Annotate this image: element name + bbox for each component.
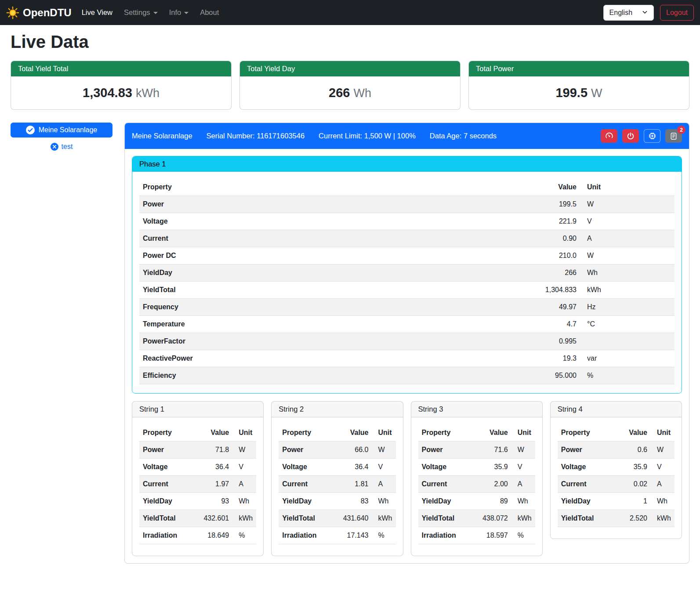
- row-unit: W: [580, 247, 675, 264]
- language-select[interactable]: English: [603, 5, 654, 21]
- row-unit: V: [232, 459, 256, 476]
- inverter-label: Meine Solaranlage: [39, 126, 97, 134]
- inverter-serial: Serial Number: 116171603546: [207, 132, 305, 140]
- col-header-value: Value: [618, 424, 651, 441]
- string-card-string-3: String 3PropertyValueUnitPower71.6WVolta…: [411, 401, 543, 556]
- table-row-power: Power71.8W: [139, 441, 256, 459]
- row-value: 36.4: [200, 459, 232, 476]
- navbar-right: English Logout: [603, 5, 694, 21]
- nav-item-about[interactable]: About: [194, 5, 225, 20]
- table-row-powerfactor: PowerFactor0.995: [139, 333, 675, 350]
- row-unit: kWh: [511, 510, 535, 527]
- row-property: Power: [279, 441, 339, 459]
- data-table: PropertyValueUnitPower199.5WVoltage221.9…: [139, 179, 675, 384]
- row-property: YieldDay: [558, 493, 618, 510]
- col-header-property: Property: [418, 424, 479, 441]
- row-value: 432.601: [200, 510, 232, 527]
- table-row-yieldtotal: YieldTotal432.601kWh: [139, 510, 256, 527]
- nav-item-live-view[interactable]: Live View: [76, 5, 118, 20]
- col-header-value: Value: [340, 424, 372, 441]
- power-button[interactable]: [622, 129, 639, 143]
- power-icon: [627, 132, 635, 140]
- nav-menu: Live ViewSettingsInfoAbout: [76, 5, 225, 20]
- table-row-current: Current0.02A: [558, 476, 675, 493]
- table-row-voltage: Voltage35.9V: [558, 459, 675, 476]
- table-header-row: PropertyValueUnit: [558, 424, 675, 441]
- row-value: 36.4: [340, 459, 372, 476]
- row-unit: W: [511, 441, 535, 459]
- nav-item-label: Live View: [82, 8, 112, 17]
- row-unit: %: [580, 367, 675, 384]
- row-property: ReactivePower: [139, 350, 514, 367]
- limit-settings-button[interactable]: [601, 129, 617, 143]
- row-unit: A: [372, 476, 396, 493]
- row-property: Power: [418, 441, 479, 459]
- row-value: 1.81: [340, 476, 372, 493]
- summary-card-body: 199.5W: [469, 76, 689, 109]
- string-card-title: String 2: [272, 402, 403, 417]
- table-header-row: PropertyValueUnit: [279, 424, 395, 441]
- row-property: YieldTotal: [139, 282, 514, 299]
- table-row-reactivepower: ReactivePower19.3var: [139, 350, 675, 367]
- row-unit: kWh: [580, 282, 675, 299]
- col-header-property: Property: [139, 424, 200, 441]
- row-property: YieldDay: [139, 264, 514, 282]
- col-header-unit: Unit: [651, 424, 675, 441]
- row-unit: %: [511, 527, 535, 544]
- row-property: YieldTotal: [279, 510, 339, 527]
- table-row-voltage: Voltage36.4V: [279, 459, 395, 476]
- row-value: 18.597: [479, 527, 511, 544]
- language-value: English: [609, 9, 632, 17]
- page-content: Live Data Total Yield Total1,304.83kWhTo…: [0, 32, 700, 575]
- table-header-row: PropertyValueUnit: [418, 424, 535, 441]
- row-unit: A: [580, 230, 675, 247]
- col-header-unit: Unit: [372, 424, 396, 441]
- row-value: 49.97: [514, 299, 580, 316]
- nav-item-info[interactable]: Info: [163, 5, 195, 20]
- row-unit: V: [651, 459, 675, 476]
- row-unit: A: [511, 476, 535, 493]
- x-circle-icon: [51, 143, 58, 151]
- row-value: 438.072: [479, 510, 511, 527]
- row-value: 95.000: [514, 367, 580, 384]
- row-unit: %: [372, 527, 396, 544]
- table-row-power: Power71.6W: [418, 441, 535, 459]
- brand-link[interactable]: OpenDTU: [6, 6, 72, 19]
- row-value: 2.520: [618, 510, 651, 527]
- row-property: Frequency: [139, 299, 514, 316]
- row-value: 1,304.833: [514, 282, 580, 299]
- row-unit: kWh: [372, 510, 396, 527]
- row-value: 210.0: [514, 247, 580, 264]
- phase-card-body: PropertyValueUnitPower199.5WVoltage221.9…: [132, 172, 682, 393]
- sun-logo-icon: [6, 6, 19, 19]
- row-value: 17.143: [340, 527, 372, 544]
- row-value: 1: [618, 493, 651, 510]
- inverter-current-limit: Current Limit: 1,500 W | 100%: [319, 132, 416, 140]
- row-value: 18.649: [200, 527, 232, 544]
- logout-button[interactable]: Logout: [660, 5, 694, 21]
- device-info-button[interactable]: [644, 129, 660, 143]
- inverter-select-test[interactable]: test: [11, 143, 112, 151]
- col-header-property: Property: [558, 424, 618, 441]
- event-log-button[interactable]: 2: [665, 129, 682, 143]
- row-unit: V: [580, 213, 675, 230]
- nav-item-label: About: [200, 8, 219, 17]
- row-property: YieldDay: [139, 493, 200, 510]
- strings-row: String 1PropertyValueUnitPower71.8WVolta…: [132, 401, 682, 556]
- table-row-yieldday: YieldDay1Wh: [558, 493, 675, 510]
- summary-card-total-power: Total Power199.5W: [468, 61, 689, 110]
- event-count-badge: 2: [677, 126, 685, 134]
- row-property: Voltage: [139, 213, 514, 230]
- row-property: Voltage: [418, 459, 479, 476]
- nav-item-settings[interactable]: Settings: [118, 5, 163, 20]
- phase-card: Phase 1 PropertyValueUnitPower199.5WVolt…: [132, 156, 682, 394]
- row-property: Irradiation: [418, 527, 479, 544]
- table-row-yieldday: YieldDay93Wh: [139, 493, 256, 510]
- summary-card-unit: W: [591, 87, 602, 100]
- row-value: 4.7: [514, 316, 580, 333]
- row-unit: W: [232, 441, 256, 459]
- inverter-select-meine-solaranlage[interactable]: Meine Solaranlage: [11, 123, 112, 137]
- string-card-title: String 1: [132, 402, 263, 417]
- row-value: 66.0: [340, 441, 372, 459]
- row-value: 93: [200, 493, 232, 510]
